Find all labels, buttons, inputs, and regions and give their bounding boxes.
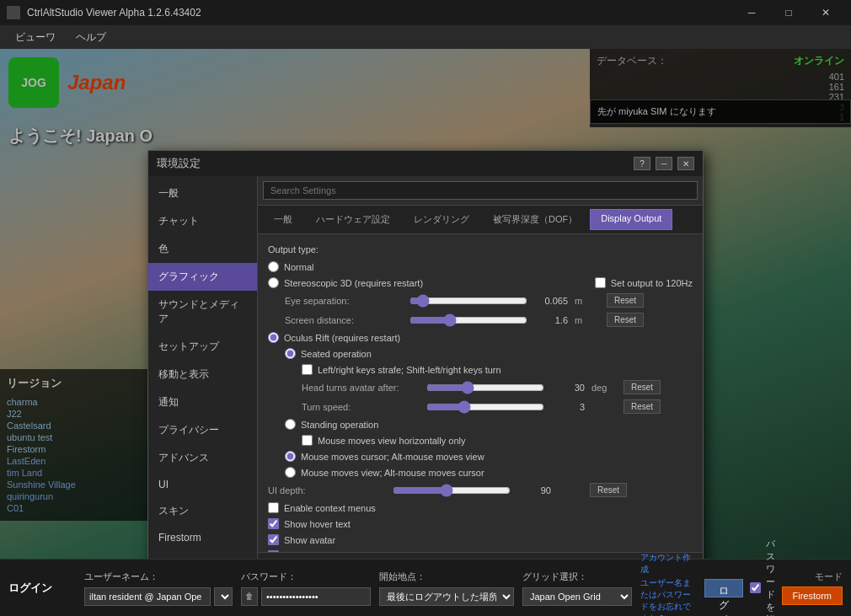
turn-speed-slider[interactable] [426, 400, 544, 414]
eye-separation-slider[interactable] [409, 294, 527, 308]
sidebar-item-skin[interactable]: スキン [148, 497, 257, 525]
radio-stereo-label: Stereoscopic 3D (requires restart) [284, 278, 423, 288]
turn-speed-label: Turn speed: [302, 402, 420, 412]
checkbox-context[interactable] [268, 502, 279, 513]
sidebar-item-sound[interactable]: サウンドとメディア [148, 291, 257, 333]
ui-depth-reset[interactable]: Reset [590, 483, 627, 497]
ui-depth-slider[interactable] [393, 484, 511, 497]
menu-viewer[interactable]: ビューワ [7, 27, 64, 48]
turn-speed-row: Turn speed: 3 Reset [302, 399, 693, 414]
radio-mouse-view-row: Mouse moves view; Alt-mouse moves cursor [285, 467, 693, 478]
radio-oculus-label: Oculus Rift (requires restart) [284, 333, 400, 343]
sidebar-item-notify[interactable]: 通知 [148, 388, 257, 416]
login-button[interactable]: ログイン [704, 579, 743, 597]
sidebar-item-chat[interactable]: チャット [148, 207, 257, 235]
radio-mouse-view[interactable] [285, 467, 296, 478]
titlebar-left: CtrlAltStudio Viewer Alpha 1.2.6.43402 [7, 6, 201, 19]
search-input[interactable] [263, 181, 698, 200]
radio-mouse-cursor-label: Mouse moves cursor; Alt-mouse moves view [301, 452, 484, 462]
checkbox-120hz[interactable] [595, 277, 606, 288]
checkbox-context-row: Enable context menus [268, 502, 693, 513]
username-dropdown[interactable]: ▼ [214, 587, 233, 606]
grid-label: グリッド選択： [522, 570, 632, 583]
titlebar-title: CtrlAltStudio Viewer Alpha 1.2.6.43402 [27, 7, 201, 19]
head-turns-unit: deg [591, 383, 617, 393]
login-title: ログイン [8, 581, 76, 596]
radio-stereo[interactable] [268, 277, 279, 288]
radio-seated-label: Seated operation [301, 349, 372, 359]
dialog-minimize-button[interactable]: ─ [656, 157, 672, 170]
sidebar-item-general[interactable]: 一般 [148, 179, 257, 207]
radio-oculus-row: Oculus Rift (requires restart) [268, 332, 693, 343]
sidebar-item-privacy[interactable]: プライバシー [148, 416, 257, 444]
tab-rendering[interactable]: レンダリング [403, 209, 480, 230]
startloc-label: 開始地点： [379, 570, 514, 583]
maximize-button[interactable]: □ [770, 0, 807, 25]
turn-speed-reset[interactable]: Reset [624, 399, 661, 414]
password-input[interactable] [261, 587, 371, 606]
create-account-link[interactable]: アカウント作成 [640, 552, 696, 576]
radio-standing-row: Standing operation [285, 419, 693, 430]
checkbox-mouse-horiz[interactable] [302, 435, 313, 446]
dialog-close-button[interactable]: ✕ [677, 157, 694, 170]
mode-label: モード [815, 570, 843, 583]
sidebar-item-ui[interactable]: UI [148, 472, 257, 497]
tab-display-output[interactable]: Display Output [590, 209, 672, 230]
radio-mouse-cursor-row: Mouse moves cursor; Alt-mouse moves view [285, 451, 693, 462]
radio-stereo-row: Stereoscopic 3D (requires restart) Set o… [268, 277, 693, 288]
head-turns-slider[interactable] [426, 381, 544, 394]
turn-speed-value: 3 [551, 402, 585, 412]
sidebar-item-graphics[interactable]: グラフィック [148, 263, 257, 291]
save-password-checkbox[interactable] [750, 582, 761, 593]
checkbox-avatar-row: Show avatar [268, 534, 693, 545]
tab-general[interactable]: 一般 [263, 209, 303, 230]
app-icon [7, 6, 20, 19]
firestorm-button[interactable]: Firestorm [782, 587, 843, 605]
screen-dist-reset[interactable]: Reset [607, 313, 644, 327]
menu-help[interactable]: ヘルプ [67, 27, 115, 48]
head-turns-row: Head turns avatar after: 30 deg Reset [302, 380, 693, 394]
eye-separation-row: Eye separation: 0.065 m Reset [285, 293, 693, 308]
radio-oculus[interactable] [268, 332, 279, 343]
close-button[interactable]: ✕ [807, 0, 844, 25]
head-turns-reset[interactable]: Reset [624, 380, 661, 394]
sidebar-item-movement[interactable]: 移動と表示 [148, 361, 257, 388]
stereo-settings: Eye separation: 0.065 m Reset Screen dis… [268, 293, 693, 327]
forgot-password-link[interactable]: ユーザー名またはパスワードをお忘れですか？ [640, 577, 696, 617]
bottom-links: アカウント作成 ユーザー名またはパスワードをお忘れですか？ [640, 552, 696, 617]
radio-normal[interactable] [268, 261, 279, 272]
tab-hardware[interactable]: ハードウェア設定 [305, 209, 401, 230]
username-label: ユーザーネーム： [84, 570, 233, 583]
minimize-button[interactable]: ─ [733, 0, 770, 25]
checkbox-hover[interactable] [268, 518, 279, 529]
radio-seated[interactable] [285, 348, 296, 359]
sidebar-item-firestorm[interactable]: Firestorm [148, 525, 257, 550]
radio-standing[interactable] [285, 419, 296, 430]
radio-mouse-cursor[interactable] [285, 451, 296, 462]
dialog-help-button[interactable]: ? [634, 157, 650, 170]
checkbox-mouse-horiz-label: Mouse moves view horizontally only [318, 436, 465, 446]
screen-dist-slider[interactable] [409, 313, 527, 327]
tab-dof[interactable]: 被写界深度（DOF） [482, 209, 588, 230]
clear-password-icon[interactable]: 🗑 [241, 587, 258, 606]
username-input[interactable] [84, 587, 211, 606]
eye-sep-reset[interactable]: Reset [607, 293, 644, 308]
checkbox-avatar[interactable] [268, 534, 279, 545]
eye-sep-label: Eye separation: [285, 296, 403, 306]
eye-sep-unit: m [575, 296, 600, 306]
dialog-content: Output type: Normal Stereoscopic 3D (req… [258, 234, 703, 552]
ui-depth-row: UI depth: 90 Reset [268, 483, 693, 497]
bottom-bar: ログイン ユーザーネーム： ▼ パスワード： 🗑 開始地点： 最後にログアウトし [0, 559, 851, 616]
main-area: JOG Japan ようこそ! Japan O データベース： オンライン 40… [0, 49, 851, 616]
grid-dropdown[interactable]: Japan Open Grid [522, 587, 632, 606]
sidebar-item-color[interactable]: 色 [148, 235, 257, 263]
screen-dist-label: Screen distance: [285, 315, 403, 325]
save-password-label: パスワードを記憶 [766, 538, 775, 617]
screen-dist-unit: m [575, 315, 600, 325]
eye-sep-value: 0.065 [534, 296, 568, 306]
checkbox-leftright[interactable] [302, 364, 313, 375]
sidebar-item-setup[interactable]: セットアップ [148, 333, 257, 361]
startloc-dropdown[interactable]: 最後にログアウトした場所 [379, 587, 514, 606]
sidebar-item-advance[interactable]: アドバンス [148, 444, 257, 472]
output-type-label: Output type: [268, 244, 693, 254]
